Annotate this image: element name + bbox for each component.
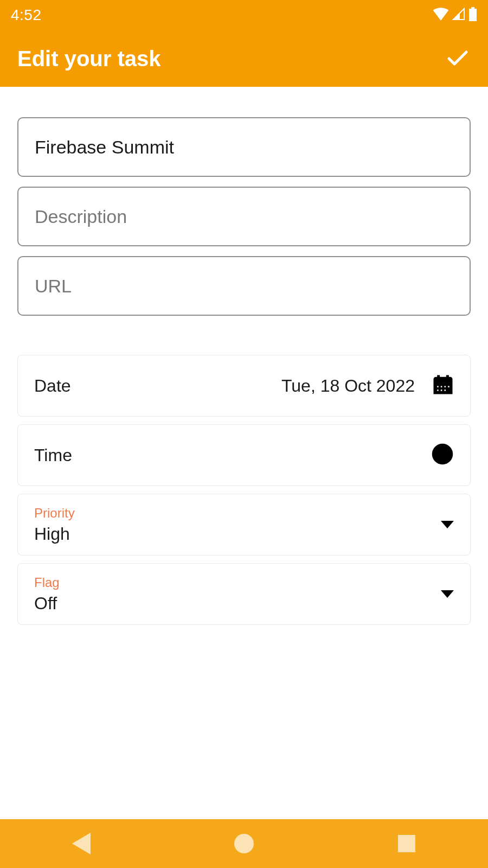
chevron-down-icon: [441, 521, 454, 528]
check-icon: [445, 63, 471, 72]
nav-recents-button[interactable]: [395, 832, 419, 856]
task-description-field-wrapper: [17, 187, 471, 246]
calendar-icon: [432, 374, 454, 398]
svg-rect-2: [444, 386, 446, 388]
priority-label: Priority: [34, 506, 75, 521]
task-title-input[interactable]: [35, 118, 453, 176]
svg-rect-4: [436, 389, 439, 391]
priority-value: High: [34, 524, 75, 544]
date-value: Tue, 18 Oct 2022: [281, 376, 415, 396]
svg-rect-0: [436, 386, 439, 388]
clock-icon: [431, 443, 454, 468]
status-time: 4:52: [11, 7, 42, 24]
confirm-button[interactable]: [445, 44, 471, 73]
svg-rect-6: [444, 389, 446, 391]
recents-square-icon: [398, 835, 415, 852]
task-url-input[interactable]: [35, 257, 453, 315]
flag-select[interactable]: Flag Off: [17, 563, 471, 625]
time-label: Time: [34, 445, 72, 465]
screen: 4:52 Edit your task: [0, 0, 488, 868]
status-icons: [433, 7, 477, 23]
page-title: Edit your task: [17, 47, 161, 71]
svg-rect-3: [447, 386, 450, 388]
task-title-field-wrapper: [17, 117, 471, 177]
flag-label: Flag: [34, 575, 60, 590]
nav-back-button[interactable]: [69, 832, 93, 856]
wifi-icon: [433, 8, 449, 23]
date-row[interactable]: Date Tue, 18 Oct 2022: [17, 355, 471, 417]
battery-icon: [468, 7, 477, 23]
priority-select[interactable]: Priority High: [17, 494, 471, 556]
flag-value: Off: [34, 593, 60, 614]
system-nav-bar: [0, 819, 488, 868]
task-description-input[interactable]: [35, 188, 453, 245]
date-label: Date: [34, 376, 71, 396]
content: Date Tue, 18 Oct 2022 Time Priority: [0, 87, 488, 819]
cell-signal-icon: [452, 8, 465, 23]
home-circle-icon: [234, 834, 254, 853]
nav-home-button[interactable]: [232, 832, 256, 856]
chevron-down-icon: [441, 590, 454, 598]
app-bar: Edit your task: [0, 30, 488, 87]
status-bar: 4:52: [0, 0, 488, 30]
back-triangle-icon: [72, 833, 91, 854]
svg-rect-5: [440, 389, 442, 391]
time-row[interactable]: Time: [17, 424, 471, 486]
task-url-field-wrapper: [17, 256, 471, 316]
svg-rect-1: [440, 386, 442, 388]
